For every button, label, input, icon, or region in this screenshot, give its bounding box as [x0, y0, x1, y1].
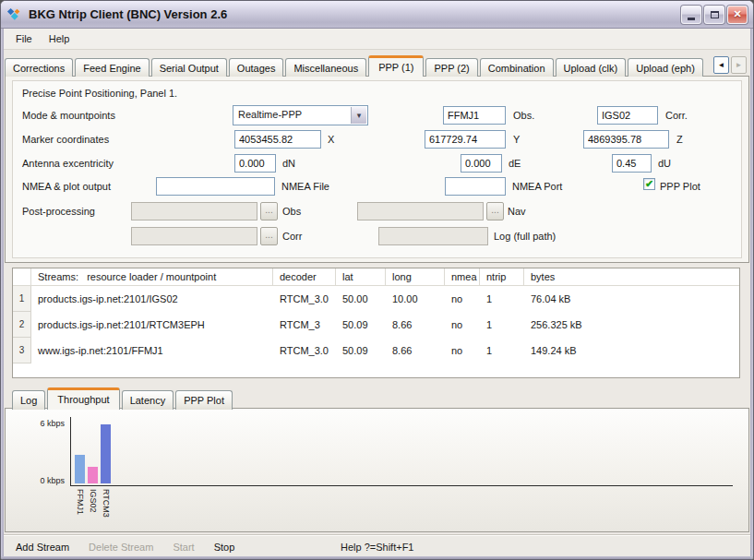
- marker-coordinates-label: Marker coordinates: [22, 134, 109, 145]
- post-obs-label: Obs: [282, 206, 301, 217]
- start-button[interactable]: Start: [171, 540, 196, 554]
- marker-x-label: X: [328, 134, 334, 145]
- row-number: 3: [13, 338, 31, 363]
- tab-scroll-buttons: ◄ ►: [713, 56, 747, 74]
- stream-cell: 8.66: [386, 338, 445, 363]
- stream-row-1[interactable]: 1products.igs-ip.net:2101/IGS02RTCM_3.05…: [13, 286, 739, 312]
- obs-mountpoint-input[interactable]: [443, 106, 506, 125]
- tab-ppp-plot[interactable]: PPP Plot: [175, 390, 233, 410]
- antenna-de-input[interactable]: [461, 154, 502, 173]
- post-nav-input: [357, 202, 484, 220]
- chart-category-label-rtcm3: RTCM3: [101, 489, 111, 528]
- arrow-right-icon: ►: [736, 61, 743, 69]
- post-processing-label: Post-processing: [22, 206, 95, 217]
- antenna-du-input[interactable]: [612, 154, 652, 173]
- dn-label: dN: [282, 158, 295, 169]
- obs-label: Obs.: [513, 110, 534, 121]
- tab-feed-engine[interactable]: Feed Engine: [75, 58, 149, 77]
- tab-upload-eph[interactable]: Upload (eph): [628, 58, 703, 77]
- antenna-dn-input[interactable]: [234, 154, 276, 173]
- check-icon: ✔: [645, 179, 653, 189]
- app-window: BKG Ntrip Client (BNC) Version 2.6 ✕ Fil…: [0, 0, 754, 560]
- chart-bar-igs02: [88, 467, 98, 483]
- tab-outages[interactable]: Outages: [229, 58, 284, 77]
- row-number: 1: [13, 286, 31, 312]
- arrow-left-icon: ◄: [718, 61, 725, 69]
- maximize-button[interactable]: [704, 6, 724, 24]
- post-log-label: Log (full path): [494, 231, 556, 242]
- stream-cell: 50.09: [336, 338, 386, 363]
- column-header-nmea: nmea: [445, 268, 480, 286]
- tab-throughput[interactable]: Throughput: [47, 387, 119, 410]
- window-border-bottom: [1, 556, 753, 559]
- y-tick-top: 6 kbps: [7, 419, 65, 428]
- ppp-panel-pane: Precise Point Positioning, Panel 1. Mode…: [5, 76, 749, 263]
- column-header-decoder: decoder: [273, 268, 336, 286]
- panel-caption: Precise Point Positioning, Panel 1.: [22, 88, 177, 99]
- window-controls: ✕: [681, 6, 748, 24]
- stream-cell: 1: [480, 312, 524, 338]
- column-header-ntrip: ntrip: [480, 268, 524, 286]
- minimize-button[interactable]: [681, 6, 701, 24]
- help-shortcut-label[interactable]: Help ?=Shift+F1: [341, 542, 414, 553]
- mode-mountpoints-label: Mode & mountpoints: [22, 110, 115, 121]
- toolbar-buttons: Add StreamDelete StreamStartStop: [14, 540, 252, 554]
- add-stream-button[interactable]: Add Stream: [14, 540, 71, 554]
- marker-x-input[interactable]: [234, 130, 321, 149]
- chart-category-label-ffmj1: FFMJ1: [75, 489, 85, 528]
- antenna-excentricity-label: Antenna excentricity: [22, 158, 114, 169]
- menu-help[interactable]: Help: [41, 30, 78, 47]
- ppp-plot-checkbox[interactable]: ✔: [643, 178, 655, 190]
- corr-mountpoint-input[interactable]: [597, 106, 658, 125]
- nmea-port-label: NMEA Port: [512, 181, 562, 192]
- title-bar[interactable]: BKG Ntrip Client (BNC) Version 2.6 ✕: [1, 1, 753, 29]
- tab-upload-clk[interactable]: Upload (clk): [556, 58, 627, 77]
- window-border-right: [750, 27, 753, 559]
- column-header-bytes: bytes: [524, 268, 739, 286]
- tab-combination[interactable]: Combination: [480, 58, 554, 77]
- tab-latency[interactable]: Latency: [122, 390, 174, 410]
- window-border-left: [1, 27, 4, 559]
- post-obs-browse-button[interactable]: ...: [260, 202, 278, 220]
- nmea-port-input[interactable]: [445, 177, 506, 196]
- post-nav-browse-button[interactable]: ...: [486, 202, 504, 220]
- post-corr-browse-button[interactable]: ...: [260, 227, 278, 245]
- column-header-long: long: [386, 268, 445, 286]
- nmea-file-input[interactable]: [156, 177, 275, 196]
- tab-ppp-1[interactable]: PPP (1): [368, 55, 424, 77]
- stream-header-row: Streams: resource loader / mountpointdec…: [13, 268, 739, 286]
- stream-cell: 256.325 kB: [524, 312, 739, 338]
- combo-dropdown-button[interactable]: ▾: [351, 107, 366, 124]
- tab-ppp-2[interactable]: PPP (2): [425, 58, 477, 77]
- bottom-toolbar: Add StreamDelete StreamStartStop Help ?=…: [4, 534, 750, 558]
- stream-row-2[interactable]: 2products.igs-ip.net:2101/RTCM3EPHRTCM_3…: [13, 312, 739, 338]
- nmea-file-label: NMEA File: [281, 181, 329, 192]
- delete-stream-button[interactable]: Delete Stream: [87, 540, 155, 554]
- tab-serial-output[interactable]: Serial Output: [151, 58, 227, 77]
- column-header-streams: Streams: resource loader / mountpoint: [31, 268, 273, 286]
- stream-cell: 76.04 kB: [524, 286, 739, 312]
- menu-bar: File Help: [4, 29, 750, 50]
- stream-cell: 8.66: [386, 312, 445, 338]
- tab-log[interactable]: Log: [12, 390, 45, 410]
- stream-cell: RTCM_3.0: [273, 338, 336, 363]
- row-number: 2: [13, 312, 31, 338]
- stream-row-3[interactable]: 3www.igs-ip.net:2101/FFMJ1RTCM_3.050.098…: [13, 338, 739, 363]
- tab-miscellaneous[interactable]: Miscellaneous: [285, 58, 366, 77]
- main-tab-bar: CorrectionsFeed EngineSerial OutputOutag…: [5, 54, 711, 77]
- stop-button[interactable]: Stop: [212, 540, 237, 554]
- chart-bar-rtcm3: [101, 424, 111, 483]
- stream-cell: RTCM_3.0: [273, 286, 336, 312]
- tab-corrections[interactable]: Corrections: [5, 58, 73, 77]
- mode-combobox[interactable]: Realtime-PPP ▾: [233, 105, 368, 125]
- ppp-plot-label: PPP Plot: [660, 181, 700, 192]
- row-number-header: [13, 268, 31, 286]
- corr-label: Corr.: [665, 110, 688, 121]
- post-nav-label: Nav: [508, 206, 526, 217]
- close-button[interactable]: ✕: [727, 6, 748, 24]
- menu-file[interactable]: File: [7, 30, 41, 47]
- tab-scroll-right-button[interactable]: ►: [731, 56, 747, 74]
- marker-y-input[interactable]: [425, 130, 506, 149]
- tab-scroll-left-button[interactable]: ◄: [713, 56, 729, 74]
- marker-z-input[interactable]: [583, 130, 669, 149]
